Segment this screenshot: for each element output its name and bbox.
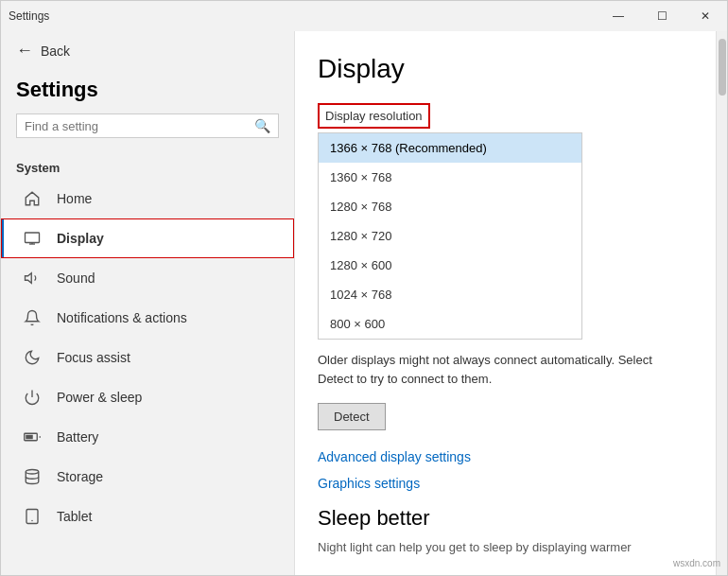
resolution-label: Display resolution — [318, 103, 430, 129]
home-icon — [19, 190, 45, 207]
sidebar-item-storage[interactable]: Storage — [1, 457, 294, 497]
scrollbar-track[interactable] — [716, 31, 727, 575]
maximize-button[interactable]: ☐ — [640, 1, 684, 31]
sidebar-section-label: System — [1, 153, 294, 179]
resolution-dropdown[interactable]: 1366 × 768 (Recommended) 1360 × 768 1280… — [318, 132, 582, 340]
resolution-option-3[interactable]: 1280 × 720 — [319, 221, 581, 251]
app-title: Settings — [1, 70, 294, 113]
tablet-icon — [19, 508, 45, 525]
sidebar-item-display-label: Display — [57, 231, 104, 246]
back-button[interactable]: ← Back — [1, 31, 294, 70]
sidebar-item-notifications-label: Notifications & actions — [57, 310, 187, 325]
search-icon: 🔍 — [254, 118, 270, 133]
sidebar-item-home-label: Home — [57, 191, 92, 206]
resolution-option-5[interactable]: 1024 × 768 — [319, 280, 581, 309]
watermark: wsxdn.com — [673, 558, 720, 568]
sidebar-item-focus[interactable]: Focus assist — [1, 338, 294, 377]
sound-icon — [19, 270, 45, 287]
sidebar-item-power[interactable]: Power & sleep — [1, 377, 294, 417]
sidebar-item-sound-label: Sound — [57, 271, 95, 286]
sidebar: ← Back Settings 🔍 System Home — [1, 31, 294, 575]
resolution-option-0[interactable]: 1366 × 768 (Recommended) — [319, 133, 581, 163]
svg-rect-0 — [26, 233, 40, 243]
sidebar-item-sound[interactable]: Sound — [1, 258, 294, 298]
storage-icon — [19, 468, 45, 485]
minimize-button[interactable]: — — [597, 1, 640, 31]
sidebar-item-tablet[interactable]: Tablet — [1, 497, 294, 536]
sidebar-item-battery-label: Battery — [57, 429, 98, 445]
window-title: Settings — [9, 9, 49, 23]
sidebar-item-tablet-label: Tablet — [57, 509, 92, 524]
resolution-option-2[interactable]: 1280 × 768 — [319, 192, 581, 221]
resolution-option-4[interactable]: 1280 × 600 — [319, 251, 581, 280]
graphics-settings-link[interactable]: Graphics settings — [318, 476, 685, 491]
sidebar-item-focus-label: Focus assist — [57, 350, 130, 365]
focus-icon — [19, 349, 45, 366]
content-area: ← Back Settings 🔍 System Home — [1, 31, 727, 575]
svg-point-8 — [26, 470, 39, 475]
display-icon — [19, 230, 45, 247]
sidebar-item-home[interactable]: Home — [1, 179, 294, 218]
page-title: Display — [318, 54, 685, 84]
main-content: Display Display resolution 1366 × 768 (R… — [294, 31, 716, 575]
notifications-icon — [19, 309, 45, 326]
scrollbar-thumb[interactable] — [719, 39, 726, 96]
svg-rect-7 — [26, 435, 33, 440]
svg-marker-3 — [26, 273, 32, 284]
resolution-option-6[interactable]: 800 × 600 — [319, 309, 581, 339]
sidebar-item-notifications[interactable]: Notifications & actions — [1, 298, 294, 338]
sidebar-item-power-label: Power & sleep — [57, 390, 142, 405]
sidebar-item-storage-label: Storage — [57, 469, 103, 484]
search-box[interactable]: 🔍 — [16, 113, 279, 138]
back-arrow-icon: ← — [16, 41, 33, 61]
detect-button[interactable]: Detect — [318, 403, 386, 430]
info-text: Older displays might not always connect … — [318, 351, 685, 388]
sleep-title: Sleep better — [318, 506, 685, 531]
back-label: Back — [41, 44, 70, 59]
battery-icon — [19, 428, 45, 445]
window-controls: — ☐ ✕ — [597, 1, 727, 31]
sidebar-item-battery[interactable]: Battery — [1, 417, 294, 457]
search-input[interactable] — [25, 119, 254, 133]
sleep-desc: Night light can help you get to sleep by… — [318, 538, 685, 557]
power-icon — [19, 389, 45, 406]
settings-window: Settings — ☐ ✕ ← Back Settings 🔍 System — [0, 0, 728, 576]
close-button[interactable]: ✕ — [684, 1, 727, 31]
sidebar-item-display[interactable]: Display — [1, 218, 294, 258]
advanced-display-link[interactable]: Advanced display settings — [318, 449, 685, 464]
resolution-option-1[interactable]: 1360 × 768 — [319, 163, 581, 192]
titlebar: Settings — ☐ ✕ — [1, 1, 727, 31]
